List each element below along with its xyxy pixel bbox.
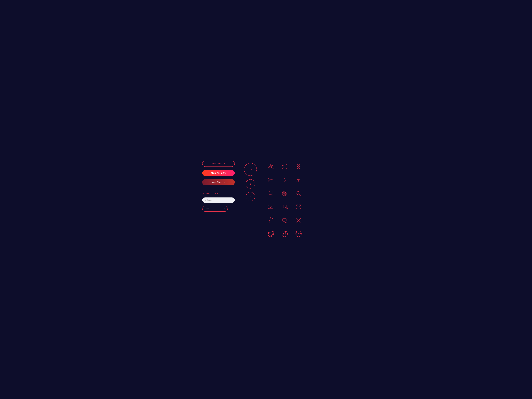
svg-marker-2 (250, 168, 252, 170)
atom-icon (294, 162, 303, 171)
group-people-icon (266, 162, 275, 171)
forward-button[interactable] (246, 192, 255, 201)
video-player-icon (266, 202, 275, 211)
svg-point-61 (271, 217, 271, 218)
ai-brain-icon (266, 216, 275, 225)
more-about-us-gradient-button[interactable]: More About Us (202, 170, 235, 176)
icon-grid: CPU (266, 161, 303, 238)
twitter-social-icon[interactable] (266, 229, 275, 238)
svg-marker-52 (270, 206, 272, 208)
back-button[interactable] (246, 179, 255, 189)
radar-icon (280, 189, 289, 198)
nav-buttons: ← Previous → Next (202, 189, 235, 194)
next-button[interactable]: → Next (215, 189, 218, 194)
svg-point-9 (286, 168, 287, 169)
svg-line-1 (205, 200, 206, 201)
previous-label: Previous (203, 192, 210, 194)
svg-line-14 (283, 167, 284, 168)
svg-line-24 (269, 179, 270, 179)
svg-rect-69 (296, 233, 297, 236)
svg-rect-29 (282, 178, 287, 181)
facebook-button[interactable] (282, 231, 288, 237)
next-label: Next (215, 192, 218, 194)
svg-line-26 (269, 181, 270, 181)
svg-point-60 (270, 217, 271, 218)
play-button[interactable] (244, 163, 257, 176)
svg-point-22 (268, 181, 269, 181)
svg-line-11 (283, 165, 285, 166)
svg-point-16 (296, 165, 301, 167)
svg-text:CPU: CPU (270, 179, 273, 181)
close-x-icon (294, 216, 303, 225)
video-edit-icon (280, 202, 289, 211)
svg-line-13 (285, 167, 286, 168)
svg-rect-53 (282, 205, 286, 208)
search-input[interactable] (202, 197, 235, 203)
svg-point-36 (298, 181, 299, 181)
twitter-button[interactable] (268, 231, 274, 237)
left-arrow-icon: ← (205, 189, 208, 191)
svg-point-15 (298, 166, 299, 167)
svg-point-20 (268, 178, 269, 179)
svg-line-25 (272, 179, 272, 179)
svg-point-70 (296, 231, 297, 232)
svg-line-27 (272, 181, 272, 181)
svg-point-8 (286, 165, 287, 165)
svg-point-47 (285, 192, 286, 193)
svg-point-50 (298, 193, 299, 194)
search-monitor-icon (280, 175, 289, 185)
linkedin-social-icon[interactable] (294, 229, 303, 238)
linkedin-button[interactable] (296, 231, 302, 237)
svg-line-49 (299, 194, 301, 196)
right-arrow-icon: → (215, 189, 218, 191)
svg-point-0 (204, 199, 205, 200)
warning-triangle-icon (294, 175, 303, 185)
chevron-down-icon: ▾ (224, 208, 225, 210)
svg-point-32 (284, 178, 285, 180)
svg-point-7 (282, 165, 283, 165)
cpu-nodes-icon: CPU (266, 175, 275, 185)
network-nodes-icon (280, 162, 289, 171)
search-dot-icon (294, 189, 303, 198)
scan-icon (294, 202, 303, 211)
svg-marker-54 (283, 206, 285, 208)
filter-label: Filter (205, 208, 209, 210)
search-icon (204, 199, 206, 201)
facebook-social-icon[interactable] (280, 229, 289, 238)
svg-line-33 (285, 180, 286, 181)
svg-line-12 (285, 165, 286, 166)
svg-point-21 (272, 178, 273, 179)
svg-point-6 (284, 166, 285, 167)
search-wrapper (202, 197, 235, 203)
filter-dropdown[interactable]: Filter ▾ (202, 206, 228, 212)
svg-point-5 (270, 165, 272, 166)
middle-panel (244, 161, 257, 201)
left-panel: More About Us More About Us More About U… (202, 161, 235, 212)
layers-icon (280, 216, 289, 225)
more-about-us-dark-button[interactable]: More About Us (202, 179, 235, 185)
main-container: More About Us More About Us More About U… (202, 161, 330, 238)
media-file-icon (266, 189, 275, 198)
svg-point-58 (298, 206, 299, 208)
svg-rect-51 (268, 205, 273, 209)
previous-button[interactable]: ← Previous (203, 189, 210, 194)
more-about-us-outline-button[interactable]: More About Us (202, 161, 235, 167)
svg-point-38 (269, 191, 270, 192)
svg-point-23 (272, 181, 273, 181)
